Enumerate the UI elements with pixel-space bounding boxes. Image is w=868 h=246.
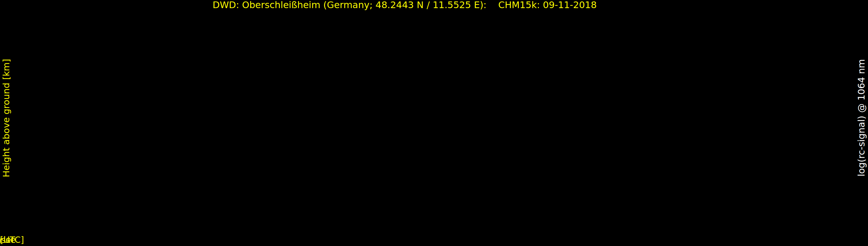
figure: DWD: Oberschleißheim (Germany; 48.2443 N… xyxy=(0,0,868,246)
colorbar-label: log(rc-signal) @ 1064 nm xyxy=(856,59,867,176)
sunset-annotation: sunset xyxy=(0,236,14,244)
y-axis-label: Height above ground [km] xyxy=(1,59,11,177)
colorbar xyxy=(834,8,845,228)
grid-overlay-canvas xyxy=(23,8,786,228)
